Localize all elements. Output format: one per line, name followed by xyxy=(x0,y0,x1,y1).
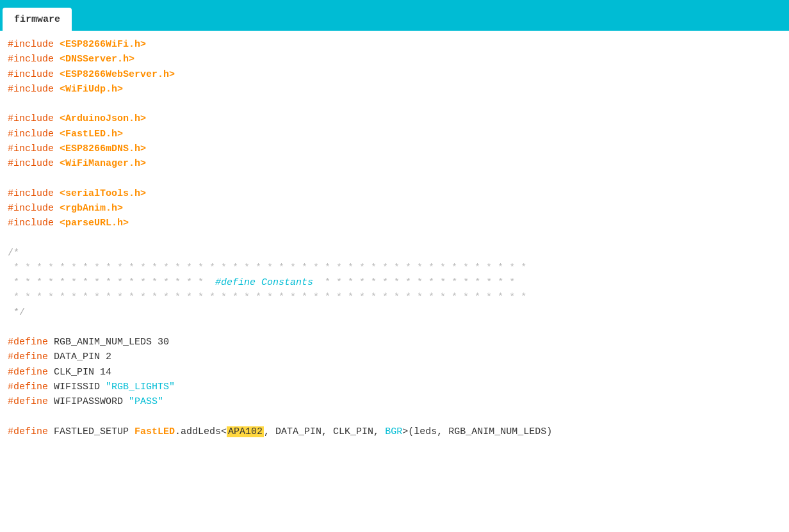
code-line: #include <FastLED.h> xyxy=(0,127,789,141)
code-line: * * * * * * * * * * * * * * * * * #defin… xyxy=(0,275,789,290)
code-token: * * * * * * * * * * * * * * * * * xyxy=(313,277,515,288)
code-line: * * * * * * * * * * * * * * * * * * * * … xyxy=(0,261,789,275)
code-line xyxy=(0,97,789,111)
code-line: #include <rgbAnim.h> xyxy=(0,201,789,216)
code-token: <ESP8266WebServer.h> xyxy=(60,69,175,80)
code-line: #include <ArduinoJson.h> xyxy=(0,111,789,126)
code-token: #include xyxy=(8,113,60,124)
code-token: "RGB_LIGHTS" xyxy=(106,382,175,392)
code-line: #include <serialTools.h> xyxy=(0,186,789,201)
code-line: #include <WiFiUdp.h> xyxy=(0,82,789,97)
code-token: #define xyxy=(8,396,54,407)
code-line: #define WIFIPASSWORD "PASS" xyxy=(0,394,789,409)
code-token: #define xyxy=(8,382,54,392)
code-area: #include <ESP8266WiFi.h>#include <DNSSer… xyxy=(0,31,789,532)
code-token: #include xyxy=(8,218,60,229)
code-token: <WiFiUdp.h> xyxy=(60,84,123,95)
code-line: #define FASTLED_SETUP FastLED.addLeds<AP… xyxy=(0,424,789,439)
fastled-class: FastLED xyxy=(134,426,175,437)
code-line: #include <parseURL.h> xyxy=(0,216,789,230)
code-token: #define xyxy=(8,337,54,348)
code-line: #include <DNSServer.h> xyxy=(0,52,789,67)
code-line xyxy=(0,171,789,186)
bgr-token: BGR xyxy=(385,426,402,437)
code-token: <parseURL.h> xyxy=(60,218,129,229)
code-line: #include <ESP8266mDNS.h> xyxy=(0,141,789,156)
keyword: #define xyxy=(8,426,54,437)
code-token: * * * * * * * * * * * * * * * * * xyxy=(8,277,215,288)
apa102-token: APA102 xyxy=(227,426,264,437)
code-line: #define DATA_PIN 2 xyxy=(0,350,789,364)
code-token: <ArduinoJson.h> xyxy=(60,113,146,124)
code-token: WIFIPASSWORD xyxy=(54,396,129,407)
tab-firmware[interactable]: firmware xyxy=(3,8,72,31)
tab-bar: firmware xyxy=(0,0,789,31)
code-token: #include xyxy=(8,129,60,140)
define-name: FASTLED_SETUP xyxy=(54,426,134,437)
code-token: #include xyxy=(8,143,60,154)
code-line xyxy=(0,409,789,424)
code-token: #include xyxy=(8,54,60,65)
code-token: <ESP8266WiFi.h> xyxy=(60,39,146,50)
code-token: #define xyxy=(8,351,54,362)
code-text: , DATA_PIN, CLK_PIN, xyxy=(264,426,385,437)
code-token: #include xyxy=(8,203,60,214)
code-line: */ xyxy=(0,305,789,320)
code-token: */ xyxy=(8,307,25,318)
code-token: DATA_PIN 2 xyxy=(54,351,111,362)
code-line: #define RGB_ANIM_NUM_LEDS 30 xyxy=(0,335,789,350)
code-line: #include <ESP8266WiFi.h> xyxy=(0,37,789,52)
tab-label: firmware xyxy=(14,14,60,25)
code-token: /* xyxy=(8,248,19,259)
code-text: .addLeds< xyxy=(175,426,227,437)
code-token: <DNSServer.h> xyxy=(60,54,134,65)
code-token: <WiFiManager.h> xyxy=(60,158,146,169)
code-token: #define xyxy=(8,367,54,378)
code-token: <ESP8266mDNS.h> xyxy=(60,143,146,154)
code-token: #include xyxy=(8,69,60,80)
code-token: #include xyxy=(8,84,60,95)
code-token: #define Constants xyxy=(215,277,313,288)
code-line: #include <WiFiManager.h> xyxy=(0,156,789,171)
code-line xyxy=(0,320,789,335)
code-token: CLK_PIN 14 xyxy=(54,367,111,378)
code-token: <FastLED.h> xyxy=(60,129,123,140)
code-line: /* xyxy=(0,246,789,261)
code-token: #include xyxy=(8,39,60,50)
code-token: * * * * * * * * * * * * * * * * * * * * … xyxy=(8,292,526,303)
code-line: #include <ESP8266WebServer.h> xyxy=(0,67,789,82)
code-token: "PASS" xyxy=(129,396,163,407)
code-token: * * * * * * * * * * * * * * * * * * * * … xyxy=(8,262,526,273)
code-token: #include xyxy=(8,188,60,199)
code-line: #define CLK_PIN 14 xyxy=(0,365,789,380)
code-token: #include xyxy=(8,158,60,169)
code-token: WIFISSID xyxy=(54,382,106,392)
code-token: <rgbAnim.h> xyxy=(60,203,123,214)
code-line: #define WIFISSID "RGB_LIGHTS" xyxy=(0,380,789,394)
code-line xyxy=(0,230,789,245)
code-line: * * * * * * * * * * * * * * * * * * * * … xyxy=(0,290,789,305)
code-text: >(leds, RGB_ANIM_NUM_LEDS) xyxy=(402,426,552,437)
code-token: RGB_ANIM_NUM_LEDS 30 xyxy=(54,337,169,348)
code-token: <serialTools.h> xyxy=(60,188,146,199)
code-content: #include <ESP8266WiFi.h>#include <DNSSer… xyxy=(0,37,789,439)
